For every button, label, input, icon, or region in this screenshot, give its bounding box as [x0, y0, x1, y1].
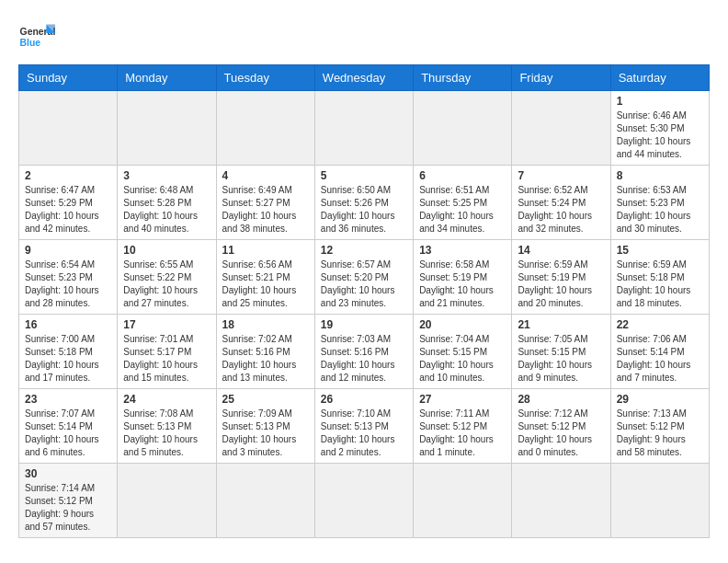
calendar-week-4: 16Sunrise: 7:00 AM Sunset: 5:18 PM Dayli…	[19, 315, 710, 389]
day-number: 24	[123, 393, 210, 406]
day-number: 12	[321, 244, 407, 257]
day-info: Sunrise: 7:06 AM Sunset: 5:14 PM Dayligh…	[617, 333, 703, 385]
day-info: Sunrise: 6:54 AM Sunset: 5:23 PM Dayligh…	[25, 259, 111, 310]
day-info: Sunrise: 6:48 AM Sunset: 5:28 PM Dayligh…	[123, 184, 210, 236]
calendar-day: 4Sunrise: 6:49 AM Sunset: 5:27 PM Daylig…	[216, 166, 314, 240]
calendar-day: 20Sunrise: 7:04 AM Sunset: 5:15 PM Dayli…	[414, 315, 512, 389]
calendar-day	[216, 91, 314, 166]
day-info: Sunrise: 7:02 AM Sunset: 5:16 PM Dayligh…	[222, 333, 309, 385]
calendar-day	[19, 91, 118, 166]
day-number: 23	[25, 393, 111, 406]
calendar-day: 3Sunrise: 6:48 AM Sunset: 5:28 PM Daylig…	[118, 166, 216, 240]
calendar-day: 25Sunrise: 7:09 AM Sunset: 5:13 PM Dayli…	[216, 389, 314, 464]
calendar-day: 14Sunrise: 6:59 AM Sunset: 5:19 PM Dayli…	[512, 240, 610, 315]
day-number: 2	[25, 169, 111, 182]
weekday-header-friday: Friday	[512, 65, 610, 91]
calendar-day	[118, 464, 216, 538]
day-info: Sunrise: 7:03 AM Sunset: 5:16 PM Dayligh…	[321, 333, 407, 385]
calendar-day: 27Sunrise: 7:11 AM Sunset: 5:12 PM Dayli…	[414, 389, 512, 464]
day-info: Sunrise: 7:10 AM Sunset: 5:13 PM Dayligh…	[321, 408, 407, 459]
calendar-day: 24Sunrise: 7:08 AM Sunset: 5:13 PM Dayli…	[118, 389, 216, 464]
day-info: Sunrise: 6:50 AM Sunset: 5:26 PM Dayligh…	[321, 184, 407, 236]
day-info: Sunrise: 7:13 AM Sunset: 5:12 PM Dayligh…	[617, 408, 703, 459]
calendar-day: 26Sunrise: 7:10 AM Sunset: 5:13 PM Dayli…	[314, 389, 413, 464]
weekday-header-row: SundayMondayTuesdayWednesdayThursdayFrid…	[19, 65, 710, 91]
day-info: Sunrise: 7:07 AM Sunset: 5:14 PM Dayligh…	[25, 408, 111, 459]
weekday-header-wednesday: Wednesday	[314, 65, 413, 91]
day-number: 21	[518, 318, 604, 331]
day-info: Sunrise: 6:58 AM Sunset: 5:19 PM Dayligh…	[419, 259, 506, 310]
weekday-header-thursday: Thursday	[414, 65, 512, 91]
calendar-day	[414, 91, 512, 166]
day-info: Sunrise: 7:08 AM Sunset: 5:13 PM Dayligh…	[123, 408, 210, 459]
calendar-day: 12Sunrise: 6:57 AM Sunset: 5:20 PM Dayli…	[314, 240, 413, 315]
day-info: Sunrise: 7:12 AM Sunset: 5:12 PM Dayligh…	[518, 408, 604, 459]
day-info: Sunrise: 6:51 AM Sunset: 5:25 PM Dayligh…	[419, 184, 506, 236]
calendar-day: 6Sunrise: 6:51 AM Sunset: 5:25 PM Daylig…	[414, 166, 512, 240]
day-info: Sunrise: 6:55 AM Sunset: 5:22 PM Dayligh…	[123, 259, 210, 310]
day-number: 25	[222, 393, 309, 406]
logo: General Blue	[18, 18, 55, 55]
day-number: 20	[419, 318, 506, 331]
page-header: General Blue	[18, 18, 710, 55]
calendar-week-5: 23Sunrise: 7:07 AM Sunset: 5:14 PM Dayli…	[19, 389, 710, 464]
day-info: Sunrise: 7:01 AM Sunset: 5:17 PM Dayligh…	[123, 333, 210, 385]
calendar-day: 8Sunrise: 6:53 AM Sunset: 5:23 PM Daylig…	[610, 166, 709, 240]
day-info: Sunrise: 6:57 AM Sunset: 5:20 PM Dayligh…	[321, 259, 407, 310]
calendar-day	[512, 464, 610, 538]
day-number: 11	[222, 244, 309, 257]
calendar-day: 5Sunrise: 6:50 AM Sunset: 5:26 PM Daylig…	[314, 166, 413, 240]
day-number: 27	[419, 393, 506, 406]
calendar-day	[512, 91, 610, 166]
weekday-header-sunday: Sunday	[19, 65, 118, 91]
weekday-header-saturday: Saturday	[610, 65, 709, 91]
day-number: 22	[617, 318, 703, 331]
day-number: 8	[617, 169, 703, 182]
calendar-week-1: 1Sunrise: 6:46 AM Sunset: 5:30 PM Daylig…	[19, 91, 710, 166]
day-number: 9	[25, 244, 111, 257]
calendar-day: 17Sunrise: 7:01 AM Sunset: 5:17 PM Dayli…	[118, 315, 216, 389]
day-number: 4	[222, 169, 309, 182]
calendar-day	[610, 464, 709, 538]
weekday-header-monday: Monday	[118, 65, 216, 91]
calendar-week-3: 9Sunrise: 6:54 AM Sunset: 5:23 PM Daylig…	[19, 240, 710, 315]
day-info: Sunrise: 6:53 AM Sunset: 5:23 PM Dayligh…	[617, 184, 703, 236]
day-info: Sunrise: 7:04 AM Sunset: 5:15 PM Dayligh…	[419, 333, 506, 385]
calendar-table: SundayMondayTuesdayWednesdayThursdayFrid…	[18, 64, 710, 538]
day-number: 10	[123, 244, 210, 257]
day-info: Sunrise: 7:11 AM Sunset: 5:12 PM Dayligh…	[419, 408, 506, 459]
calendar-day: 28Sunrise: 7:12 AM Sunset: 5:12 PM Dayli…	[512, 389, 610, 464]
day-info: Sunrise: 7:00 AM Sunset: 5:18 PM Dayligh…	[25, 333, 111, 385]
calendar-week-2: 2Sunrise: 6:47 AM Sunset: 5:29 PM Daylig…	[19, 166, 710, 240]
calendar-day: 29Sunrise: 7:13 AM Sunset: 5:12 PM Dayli…	[610, 389, 709, 464]
calendar-day	[216, 464, 314, 538]
calendar-day	[118, 91, 216, 166]
day-info: Sunrise: 6:56 AM Sunset: 5:21 PM Dayligh…	[222, 259, 309, 310]
day-number: 7	[518, 169, 604, 182]
day-info: Sunrise: 7:05 AM Sunset: 5:15 PM Dayligh…	[518, 333, 604, 385]
day-number: 18	[222, 318, 309, 331]
day-info: Sunrise: 6:49 AM Sunset: 5:27 PM Dayligh…	[222, 184, 309, 236]
calendar-day	[314, 464, 413, 538]
day-info: Sunrise: 7:14 AM Sunset: 5:12 PM Dayligh…	[25, 482, 111, 534]
day-number: 17	[123, 318, 210, 331]
day-number: 3	[123, 169, 210, 182]
calendar-week-6: 30Sunrise: 7:14 AM Sunset: 5:12 PM Dayli…	[19, 464, 710, 538]
day-number: 19	[321, 318, 407, 331]
calendar-day: 15Sunrise: 6:59 AM Sunset: 5:18 PM Dayli…	[610, 240, 709, 315]
day-number: 13	[419, 244, 506, 257]
calendar-day: 18Sunrise: 7:02 AM Sunset: 5:16 PM Dayli…	[216, 315, 314, 389]
day-number: 30	[25, 467, 111, 480]
day-number: 28	[518, 393, 604, 406]
calendar-day: 21Sunrise: 7:05 AM Sunset: 5:15 PM Dayli…	[512, 315, 610, 389]
calendar-day: 11Sunrise: 6:56 AM Sunset: 5:21 PM Dayli…	[216, 240, 314, 315]
calendar-day: 1Sunrise: 6:46 AM Sunset: 5:30 PM Daylig…	[610, 91, 709, 166]
day-info: Sunrise: 6:59 AM Sunset: 5:18 PM Dayligh…	[617, 259, 703, 310]
calendar-day: 16Sunrise: 7:00 AM Sunset: 5:18 PM Dayli…	[19, 315, 118, 389]
calendar-day: 22Sunrise: 7:06 AM Sunset: 5:14 PM Dayli…	[610, 315, 709, 389]
calendar-day: 19Sunrise: 7:03 AM Sunset: 5:16 PM Dayli…	[314, 315, 413, 389]
day-info: Sunrise: 7:09 AM Sunset: 5:13 PM Dayligh…	[222, 408, 309, 459]
calendar-day: 30Sunrise: 7:14 AM Sunset: 5:12 PM Dayli…	[19, 464, 118, 538]
calendar-day: 23Sunrise: 7:07 AM Sunset: 5:14 PM Dayli…	[19, 389, 118, 464]
day-info: Sunrise: 6:46 AM Sunset: 5:30 PM Dayligh…	[617, 109, 703, 161]
